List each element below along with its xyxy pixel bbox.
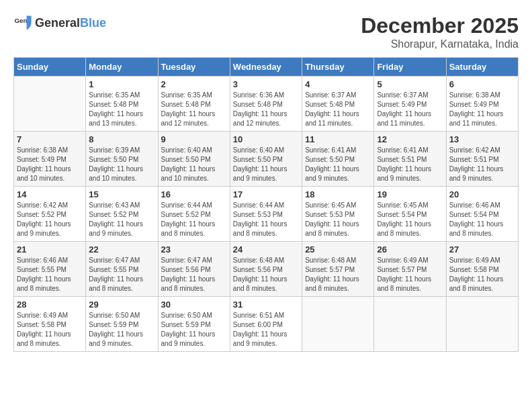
day-number: 8 [89, 134, 154, 144]
logo: Gen GeneralBlue [13, 13, 106, 32]
day-number: 3 [233, 79, 299, 89]
calendar-week-row: 7Sunrise: 6:38 AM Sunset: 5:49 PM Daylig… [14, 132, 519, 187]
weekday-header: Sunday [14, 58, 86, 77]
day-info: Sunrise: 6:48 AM Sunset: 5:56 PM Dayligh… [233, 256, 299, 293]
day-number: 30 [161, 300, 227, 310]
day-number: 29 [89, 300, 154, 310]
day-info: Sunrise: 6:46 AM Sunset: 5:54 PM Dayligh… [449, 201, 515, 238]
day-info: Sunrise: 6:48 AM Sunset: 5:57 PM Dayligh… [305, 256, 371, 293]
day-info: Sunrise: 6:37 AM Sunset: 5:48 PM Dayligh… [305, 91, 371, 128]
day-info: Sunrise: 6:50 AM Sunset: 5:59 PM Dayligh… [89, 311, 154, 349]
day-number: 10 [233, 134, 299, 144]
day-number: 4 [305, 79, 371, 89]
day-number: 22 [89, 244, 154, 255]
day-info: Sunrise: 6:35 AM Sunset: 5:48 PM Dayligh… [161, 91, 227, 128]
day-number: 1 [89, 79, 154, 89]
calendar-cell: 30Sunrise: 6:50 AM Sunset: 5:59 PM Dayli… [158, 297, 230, 352]
calendar-cell: 13Sunrise: 6:42 AM Sunset: 5:51 PM Dayli… [446, 132, 518, 187]
calendar-cell: 7Sunrise: 6:38 AM Sunset: 5:49 PM Daylig… [14, 132, 86, 187]
calendar-week-row: 14Sunrise: 6:42 AM Sunset: 5:52 PM Dayli… [14, 187, 519, 242]
day-info: Sunrise: 6:51 AM Sunset: 6:00 PM Dayligh… [233, 311, 299, 349]
calendar-cell: 26Sunrise: 6:49 AM Sunset: 5:57 PM Dayli… [374, 242, 446, 297]
day-info: Sunrise: 6:39 AM Sunset: 5:50 PM Dayligh… [89, 146, 154, 183]
day-number: 5 [377, 79, 443, 89]
weekday-header: Thursday [302, 58, 374, 77]
logo-text-general: General [35, 16, 80, 30]
day-number: 31 [233, 300, 299, 310]
title-block: December 2025 Shorapur, Karnataka, India [361, 13, 519, 50]
weekday-header: Saturday [446, 58, 518, 77]
day-number: 7 [17, 134, 83, 144]
day-number: 13 [449, 134, 515, 144]
day-number: 14 [17, 189, 83, 199]
day-number: 27 [449, 244, 515, 255]
day-info: Sunrise: 6:43 AM Sunset: 5:52 PM Dayligh… [89, 201, 154, 238]
day-info: Sunrise: 6:40 AM Sunset: 5:50 PM Dayligh… [161, 146, 227, 183]
weekday-header: Friday [374, 58, 446, 77]
day-info: Sunrise: 6:47 AM Sunset: 5:55 PM Dayligh… [89, 256, 154, 293]
calendar-cell: 3Sunrise: 6:36 AM Sunset: 5:48 PM Daylig… [230, 77, 302, 132]
calendar-cell: 11Sunrise: 6:41 AM Sunset: 5:50 PM Dayli… [302, 132, 374, 187]
day-number: 9 [161, 134, 227, 144]
calendar-cell: 14Sunrise: 6:42 AM Sunset: 5:52 PM Dayli… [14, 187, 86, 242]
calendar-cell: 24Sunrise: 6:48 AM Sunset: 5:56 PM Dayli… [230, 242, 302, 297]
calendar-cell: 9Sunrise: 6:40 AM Sunset: 5:50 PM Daylig… [158, 132, 230, 187]
day-info: Sunrise: 6:42 AM Sunset: 5:51 PM Dayligh… [449, 146, 515, 183]
day-number: 12 [377, 134, 443, 144]
calendar-cell: 19Sunrise: 6:45 AM Sunset: 5:54 PM Dayli… [374, 187, 446, 242]
day-info: Sunrise: 6:38 AM Sunset: 5:49 PM Dayligh… [17, 146, 83, 183]
calendar-cell: 6Sunrise: 6:38 AM Sunset: 5:49 PM Daylig… [446, 77, 518, 132]
weekday-header: Tuesday [158, 58, 230, 77]
calendar-cell: 8Sunrise: 6:39 AM Sunset: 5:50 PM Daylig… [86, 132, 158, 187]
day-info: Sunrise: 6:47 AM Sunset: 5:56 PM Dayligh… [161, 256, 227, 293]
calendar-cell: 21Sunrise: 6:46 AM Sunset: 5:55 PM Dayli… [14, 242, 86, 297]
calendar-cell: 10Sunrise: 6:40 AM Sunset: 5:50 PM Dayli… [230, 132, 302, 187]
day-number: 19 [377, 189, 443, 199]
day-number: 2 [161, 79, 227, 89]
day-number: 17 [233, 189, 299, 199]
calendar-cell: 4Sunrise: 6:37 AM Sunset: 5:48 PM Daylig… [302, 77, 374, 132]
day-number: 28 [17, 300, 83, 310]
calendar-table: SundayMondayTuesdayWednesdayThursdayFrid… [13, 57, 519, 352]
calendar-cell: 2Sunrise: 6:35 AM Sunset: 5:48 PM Daylig… [158, 77, 230, 132]
calendar-week-row: 1Sunrise: 6:35 AM Sunset: 5:48 PM Daylig… [14, 77, 519, 132]
location-title: Shorapur, Karnataka, India [361, 38, 519, 50]
day-info: Sunrise: 6:45 AM Sunset: 5:53 PM Dayligh… [305, 201, 371, 238]
calendar-cell: 16Sunrise: 6:44 AM Sunset: 5:52 PM Dayli… [158, 187, 230, 242]
calendar-cell: 27Sunrise: 6:49 AM Sunset: 5:58 PM Dayli… [446, 242, 518, 297]
weekday-header: Wednesday [230, 58, 302, 77]
day-number: 18 [305, 189, 371, 199]
calendar-body: 1Sunrise: 6:35 AM Sunset: 5:48 PM Daylig… [14, 77, 519, 352]
day-info: Sunrise: 6:49 AM Sunset: 5:58 PM Dayligh… [17, 311, 83, 349]
calendar-cell: 28Sunrise: 6:49 AM Sunset: 5:58 PM Dayli… [14, 297, 86, 352]
calendar-cell [14, 77, 86, 132]
month-title: December 2025 [361, 13, 519, 38]
day-number: 16 [161, 189, 227, 199]
day-number: 24 [233, 244, 299, 255]
day-info: Sunrise: 6:44 AM Sunset: 5:52 PM Dayligh… [161, 201, 227, 238]
day-number: 6 [449, 79, 515, 89]
calendar-cell: 17Sunrise: 6:44 AM Sunset: 5:53 PM Dayli… [230, 187, 302, 242]
day-info: Sunrise: 6:36 AM Sunset: 5:48 PM Dayligh… [233, 91, 299, 128]
calendar-header-row: SundayMondayTuesdayWednesdayThursdayFrid… [14, 58, 519, 77]
calendar-cell: 20Sunrise: 6:46 AM Sunset: 5:54 PM Dayli… [446, 187, 518, 242]
calendar-cell: 15Sunrise: 6:43 AM Sunset: 5:52 PM Dayli… [86, 187, 158, 242]
day-info: Sunrise: 6:41 AM Sunset: 5:51 PM Dayligh… [377, 146, 443, 183]
day-info: Sunrise: 6:50 AM Sunset: 5:59 PM Dayligh… [161, 311, 227, 349]
day-number: 21 [17, 244, 83, 255]
day-number: 23 [161, 244, 227, 255]
day-info: Sunrise: 6:38 AM Sunset: 5:49 PM Dayligh… [449, 91, 515, 128]
day-info: Sunrise: 6:41 AM Sunset: 5:50 PM Dayligh… [305, 146, 371, 183]
day-info: Sunrise: 6:40 AM Sunset: 5:50 PM Dayligh… [233, 146, 299, 183]
calendar-cell [302, 297, 374, 352]
day-number: 25 [305, 244, 371, 255]
calendar-cell: 22Sunrise: 6:47 AM Sunset: 5:55 PM Dayli… [86, 242, 158, 297]
day-info: Sunrise: 6:46 AM Sunset: 5:55 PM Dayligh… [17, 256, 83, 293]
calendar-week-row: 28Sunrise: 6:49 AM Sunset: 5:58 PM Dayli… [14, 297, 519, 352]
svg-text:Gen: Gen [14, 17, 27, 24]
day-number: 20 [449, 189, 515, 199]
day-number: 26 [377, 244, 443, 255]
calendar-week-row: 21Sunrise: 6:46 AM Sunset: 5:55 PM Dayli… [14, 242, 519, 297]
day-info: Sunrise: 6:44 AM Sunset: 5:53 PM Dayligh… [233, 201, 299, 238]
weekday-header: Monday [86, 58, 158, 77]
